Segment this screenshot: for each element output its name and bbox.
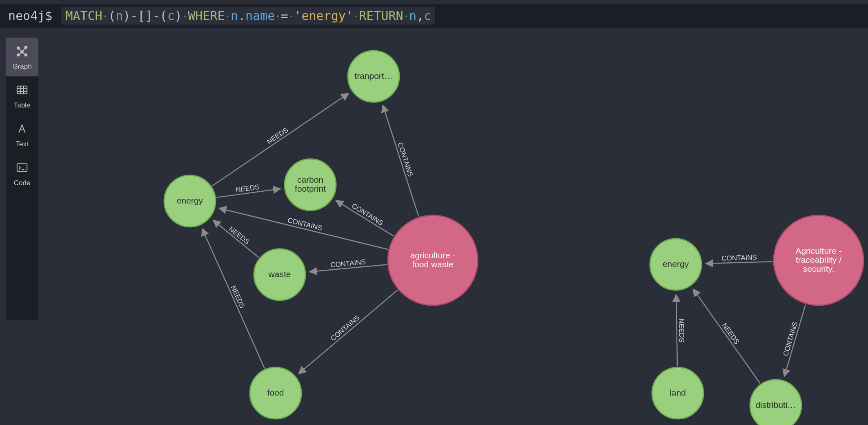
- graph-network-icon: [15, 45, 29, 59]
- graph-edge[interactable]: [706, 262, 772, 264]
- query-token: ,: [416, 9, 424, 23]
- table-icon: [15, 84, 29, 98]
- graph-edge-label: CONTAINS: [350, 202, 385, 227]
- svg-point-19: [285, 159, 336, 210]
- view-tab-label: Code: [14, 179, 31, 187]
- query-token: -: [130, 9, 138, 23]
- graph-svg[interactable]: NEEDSNEEDSCONTAINSCONTAINSCONTAINSNEEDSC…: [41, 38, 868, 425]
- svg-point-22: [388, 215, 478, 305]
- query-token: (: [108, 9, 116, 23]
- view-tab-text[interactable]: Text: [6, 115, 38, 154]
- graph-node-agwaste[interactable]: agriculture -food waste: [388, 215, 478, 305]
- query-token: =: [281, 9, 288, 23]
- query-token: n: [409, 9, 416, 23]
- svg-point-23: [650, 239, 701, 290]
- svg-point-20: [254, 249, 305, 300]
- query-token: WHERE: [188, 9, 225, 23]
- graph-node-transport[interactable]: tranport…: [348, 51, 399, 102]
- graph-node-energy2[interactable]: energy: [650, 239, 701, 290]
- graph-node-distrib[interactable]: distributi…: [750, 380, 801, 425]
- svg-line-5: [19, 49, 22, 51]
- graph-node-land[interactable]: land: [652, 367, 703, 419]
- graph-edge-label: NEEDS: [229, 284, 246, 309]
- graph-node-food[interactable]: food: [250, 367, 301, 419]
- query-token: n: [116, 9, 123, 23]
- view-tab-label: Graph: [12, 63, 31, 71]
- graph-edge-label: NEEDS: [677, 318, 685, 342]
- graph-edge[interactable]: [214, 220, 259, 257]
- graph-edge[interactable]: [383, 105, 418, 216]
- query-token: ·: [288, 11, 294, 22]
- graph-edge[interactable]: [203, 229, 265, 368]
- graph-node-energy1[interactable]: energy: [164, 175, 216, 227]
- query-token: [: [138, 9, 145, 23]
- svg-line-8: [23, 53, 25, 55]
- view-tabs: GraphTableTextCode: [6, 38, 38, 320]
- graph-edge[interactable]: [676, 295, 677, 366]
- graph-edge-label: CONTAINS: [287, 216, 323, 232]
- query-token: ·: [403, 11, 409, 22]
- query-token: ·: [275, 11, 280, 22]
- query-token: c: [424, 9, 431, 23]
- query-token: c: [167, 9, 175, 23]
- svg-point-17: [348, 51, 399, 102]
- query-token: RETURN: [359, 9, 403, 23]
- query-token: ·: [102, 11, 108, 22]
- query-token: ·: [353, 11, 359, 22]
- svg-point-26: [750, 380, 801, 425]
- query-token: ·: [182, 11, 188, 22]
- query-token: n: [231, 9, 238, 23]
- view-tab-label: Text: [16, 140, 28, 148]
- svg-rect-15: [17, 164, 27, 172]
- query-token: (: [160, 9, 167, 23]
- shell-prompt: neo4j$: [8, 9, 52, 23]
- svg-line-6: [23, 48, 25, 51]
- terminal-icon: [15, 161, 29, 176]
- graph-node-waste[interactable]: waste: [254, 249, 305, 300]
- query-token: -: [153, 9, 160, 23]
- query-token: ): [175, 9, 182, 23]
- view-tab-table[interactable]: Table: [6, 76, 38, 115]
- graph-edge[interactable]: [693, 289, 760, 383]
- query-token: ]: [145, 9, 152, 23]
- graph-node-carbon[interactable]: carbonfootprint: [285, 159, 336, 210]
- svg-line-7: [19, 53, 22, 55]
- query-bar[interactable]: neo4j$ MATCH·(n)-[]-(c)·WHERE·n.name·=·'…: [0, 4, 868, 28]
- graph-edge-label: CONTAINS: [782, 321, 799, 357]
- graph-canvas[interactable]: NEEDSNEEDSCONTAINSCONTAINSCONTAINSNEEDSC…: [41, 38, 868, 425]
- query-token: ): [123, 9, 130, 23]
- graph-edge[interactable]: [336, 201, 394, 236]
- graph-node-agtrace[interactable]: Agriculture -traceability /security.: [774, 215, 864, 305]
- query-token: name: [245, 9, 275, 23]
- view-tab-graph[interactable]: Graph: [6, 38, 38, 76]
- query-token: MATCH: [65, 9, 102, 23]
- svg-rect-9: [17, 86, 27, 94]
- query-editor[interactable]: MATCH·(n)-[]-(c)·WHERE·n.name·=·'energy'…: [61, 7, 435, 25]
- graph-edge-label: CONTAINS: [329, 314, 361, 342]
- svg-point-24: [774, 215, 864, 305]
- view-tab-code[interactable]: Code: [6, 154, 38, 193]
- view-tab-label: Table: [14, 101, 31, 110]
- graph-edge-label: CONTAINS: [721, 253, 757, 262]
- query-token: 'energy': [294, 9, 353, 23]
- text-a-icon: [15, 123, 29, 137]
- graph-edge-label: CONTAINS: [396, 141, 414, 177]
- query-token: .: [238, 9, 245, 23]
- graph-edge[interactable]: [299, 290, 397, 374]
- query-token: ·: [225, 11, 231, 22]
- svg-point-18: [164, 175, 216, 227]
- svg-point-21: [250, 367, 301, 419]
- svg-point-25: [652, 367, 703, 419]
